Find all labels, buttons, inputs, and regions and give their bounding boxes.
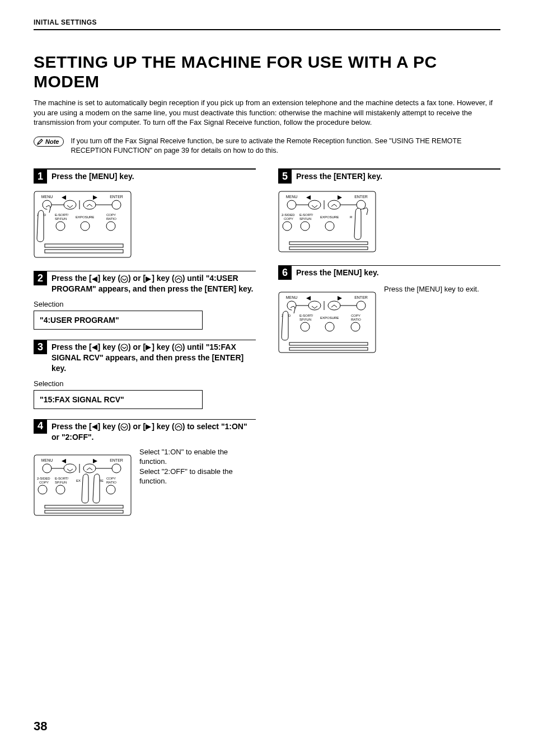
- page-number: 38: [34, 719, 47, 734]
- step-number: 5: [278, 169, 292, 184]
- step-2: 2 Press the [] key () or [] key () until…: [34, 271, 256, 330]
- svg-text:ENTER: ENTER: [354, 295, 368, 299]
- left-triangle-icon: [92, 424, 98, 430]
- control-panel-figure: MENU ENTER 2-SIDED COPY E-SORT/: [278, 188, 500, 255]
- step-title: Press the [] key () or [] key () until "…: [51, 340, 256, 374]
- circle-down-icon: [120, 275, 128, 283]
- svg-text:SP.FUN: SP.FUN: [299, 217, 311, 220]
- pencil-icon: [36, 138, 44, 145]
- step-6: 6 Press the [MENU] key. MENU ENTER: [278, 265, 500, 360]
- step-number: 1: [34, 169, 47, 184]
- svg-text:MENU: MENU: [41, 195, 53, 199]
- step-side-text: Select "1:ON" to enable the function. Se…: [139, 447, 256, 486]
- left-triangle-icon: [92, 345, 98, 350]
- header-bar: INITIAL SETTINGS: [34, 17, 500, 30]
- svg-text:EXPOSURE: EXPOSURE: [76, 215, 94, 219]
- right-triangle-icon: [146, 276, 152, 282]
- control-panel-figure: MENU ENTER 2-SIDED COPY: [34, 452, 132, 519]
- svg-text:SP.FUN: SP.FUN: [55, 217, 67, 220]
- svg-text:SP.FUN: SP.FUN: [55, 481, 67, 484]
- svg-text:E-SORT/: E-SORT/: [299, 213, 313, 217]
- circle-down-icon: [120, 344, 128, 351]
- svg-text:RATIO: RATIO: [106, 217, 116, 220]
- svg-text:E-SORT/: E-SORT/: [299, 314, 313, 317]
- header-text: INITIAL SETTINGS: [34, 18, 97, 26]
- svg-text:SP.FUN: SP.FUN: [299, 318, 311, 321]
- selection-label: Selection: [34, 379, 256, 388]
- svg-text:E-SORT/: E-SORT/: [55, 477, 69, 480]
- svg-text:RATIO: RATIO: [106, 481, 116, 484]
- display-box: "4:USER PROGRAM": [34, 311, 203, 330]
- note-text: If you turn off the Fax Signal Receive f…: [71, 137, 500, 156]
- svg-text:COPY: COPY: [351, 314, 360, 317]
- circle-up-icon: [175, 275, 182, 283]
- display-box: "15:FAX SIGNAL RCV": [34, 390, 203, 409]
- note-label: Note: [45, 138, 59, 145]
- step-number: 3: [34, 340, 47, 354]
- step-title: Press the [] key () or [] key () to sele…: [51, 420, 256, 443]
- right-triangle-icon: [146, 345, 152, 350]
- svg-text:COPY: COPY: [284, 217, 293, 220]
- svg-text:MENU: MENU: [286, 295, 298, 299]
- svg-text:EXPOSURE: EXPOSURE: [320, 215, 339, 219]
- step-number: 4: [34, 419, 47, 434]
- svg-text:COPY: COPY: [106, 477, 116, 480]
- circle-up-icon: [175, 344, 182, 351]
- step-number: 2: [34, 271, 47, 285]
- step-3: 3 Press the [] key () or [] key () until…: [34, 340, 256, 409]
- control-panel-figure: MENU ENTER 2-ED E-SOR: [34, 188, 256, 261]
- note-row: Note If you turn off the Fax Signal Rece…: [34, 137, 500, 156]
- svg-text:COPY: COPY: [39, 481, 49, 484]
- svg-text:ENTER: ENTER: [110, 195, 123, 199]
- step-title: Press the [ENTER] key.: [296, 170, 382, 182]
- svg-text:R: R: [350, 215, 353, 219]
- svg-text:2-SIDED: 2-SIDED: [37, 477, 50, 480]
- svg-text:2-SIDED: 2-SIDED: [282, 213, 295, 217]
- step-title: Press the [MENU] key.: [51, 170, 134, 182]
- svg-text:ENTER: ENTER: [354, 195, 368, 199]
- right-triangle-icon: [146, 424, 152, 430]
- step-title: Press the [] key () or [] key () until "…: [51, 271, 256, 294]
- svg-text:EX: EX: [76, 479, 81, 482]
- svg-text:MENU: MENU: [41, 458, 53, 462]
- page-title: SETTING UP THE MACHINE FOR USE WITH A PC…: [34, 53, 500, 91]
- intro-paragraph: The machine is set to automatically begi…: [34, 98, 500, 128]
- step-1: 1 Press the [MENU] key. MENU ENTER: [34, 168, 256, 261]
- svg-text:EXPOSURE: EXPOSURE: [320, 316, 339, 320]
- step-4: 4 Press the [] key () or [] key () to se…: [34, 419, 256, 523]
- step-number: 6: [278, 265, 292, 280]
- left-triangle-icon: [92, 276, 98, 282]
- selection-label: Selection: [34, 300, 256, 308]
- step-title: Press the [MENU] key.: [296, 266, 379, 278]
- svg-text:MENU: MENU: [286, 195, 298, 199]
- control-panel-figure: MENU ENTER 2-ED E-SORT/: [278, 289, 376, 356]
- note-badge: Note: [34, 137, 64, 147]
- svg-text:RATIO: RATIO: [351, 318, 361, 321]
- svg-text:E-SORT/: E-SORT/: [55, 213, 69, 217]
- circle-up-icon: [175, 423, 182, 431]
- svg-text:ENTER: ENTER: [110, 458, 123, 462]
- circle-down-icon: [120, 423, 128, 431]
- svg-text:COPY: COPY: [106, 213, 116, 217]
- step-5: 5 Press the [ENTER] key. MENU ENTER: [278, 168, 500, 255]
- step-side-text: Press the [MENU] key to exit.: [384, 284, 479, 294]
